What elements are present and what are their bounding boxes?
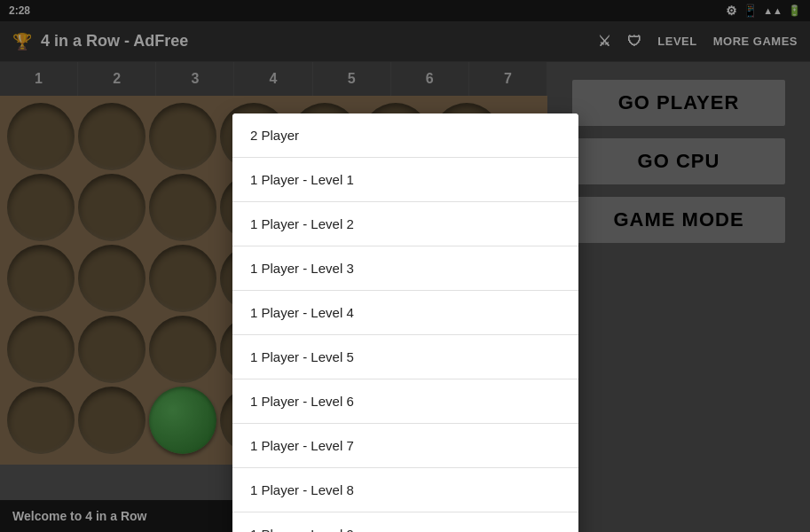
dropdown-item-8[interactable]: 1 Player - Level 8 xyxy=(232,468,578,512)
dropdown-item-3[interactable]: 1 Player - Level 3 xyxy=(232,246,578,291)
dropdown-item-5[interactable]: 1 Player - Level 5 xyxy=(232,335,578,379)
dropdown-item-4[interactable]: 1 Player - Level 4 xyxy=(232,291,578,335)
dropdown-item-6[interactable]: 1 Player - Level 6 xyxy=(232,379,578,424)
dropdown-item-2[interactable]: 1 Player - Level 2 xyxy=(232,202,578,246)
dropdown-modal: 2 Player1 Player - Level 11 Player - Lev… xyxy=(232,113,578,532)
dropdown-item-0[interactable]: 2 Player xyxy=(232,113,578,158)
dropdown-item-1[interactable]: 1 Player - Level 1 xyxy=(232,158,578,202)
dropdown-item-7[interactable]: 1 Player - Level 7 xyxy=(232,424,578,468)
dropdown-item-9[interactable]: 1 Player - Level 9 xyxy=(232,512,578,532)
